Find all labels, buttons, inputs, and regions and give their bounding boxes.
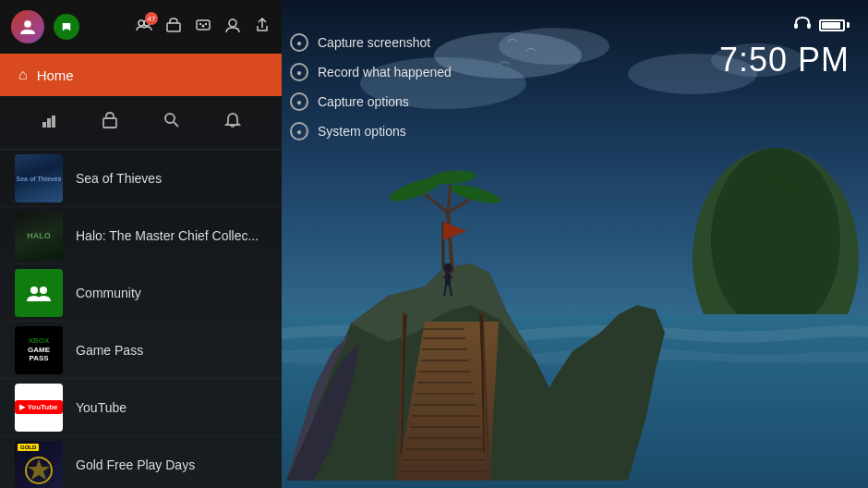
notifications-nav-icon[interactable] bbox=[216, 107, 249, 138]
capture-screenshot-item[interactable]: ● Capture screenshot bbox=[286, 28, 455, 57]
svg-rect-57 bbox=[199, 23, 201, 25]
home-icon: ⌂ bbox=[18, 67, 28, 83]
clock-area: 7:50 PM bbox=[719, 15, 850, 79]
svg-point-59 bbox=[202, 25, 205, 28]
svg-rect-72 bbox=[807, 23, 811, 29]
community-thumb bbox=[15, 269, 63, 317]
record-icon: ● bbox=[290, 63, 308, 81]
status-icons bbox=[793, 15, 850, 35]
menu-item-gold-free-play-days[interactable]: GOLD Gold Free Play Days bbox=[0, 436, 282, 488]
halo-mcc-thumb bbox=[15, 212, 63, 260]
svg-rect-62 bbox=[47, 118, 51, 128]
svg-point-67 bbox=[30, 287, 38, 294]
social-icon[interactable]: 47 bbox=[136, 17, 152, 37]
share-icon[interactable] bbox=[254, 17, 271, 37]
svg-rect-71 bbox=[794, 23, 798, 29]
svg-rect-63 bbox=[52, 116, 55, 128]
nav-icons-row bbox=[0, 96, 282, 150]
svg-point-2 bbox=[499, 28, 609, 65]
user-avatar[interactable] bbox=[11, 10, 44, 43]
clock-display: 7:50 PM bbox=[719, 41, 850, 79]
system-options-item[interactable]: ● System options bbox=[286, 116, 455, 146]
record-label: Record what happened bbox=[318, 65, 452, 79]
sea-of-thieves-label: Sea of Thieves bbox=[76, 171, 162, 186]
home-button[interactable]: ⌂ Home bbox=[0, 54, 282, 96]
svg-rect-58 bbox=[205, 23, 207, 25]
profile-icon[interactable] bbox=[224, 17, 241, 37]
svg-rect-61 bbox=[42, 122, 46, 128]
gold-free-play-thumb: GOLD bbox=[15, 441, 63, 489]
store-nav-icon[interactable] bbox=[93, 107, 127, 138]
xbox-logo[interactable] bbox=[54, 14, 79, 40]
capture-options-label: Capture options bbox=[318, 94, 409, 109]
svg-point-60 bbox=[229, 19, 236, 27]
capture-options-item[interactable]: ● Capture options bbox=[286, 87, 455, 116]
menu-item-sea-of-thieves[interactable]: Sea of Thieves bbox=[0, 150, 282, 207]
youtube-thumb: ▶ YouTube bbox=[15, 384, 63, 432]
svg-rect-44 bbox=[445, 273, 451, 286]
menu-list: Sea of Thieves Halo: The Master Chief Co… bbox=[0, 150, 282, 488]
system-menu: ● Capture screenshot ● Record what happe… bbox=[286, 28, 455, 146]
headset-icon bbox=[793, 15, 812, 35]
svg-marker-70 bbox=[28, 459, 50, 480]
youtube-label: YouTube bbox=[76, 400, 127, 415]
multiplayer-icon[interactable] bbox=[195, 17, 211, 37]
svg-point-68 bbox=[40, 287, 47, 294]
battery-indicator bbox=[819, 19, 850, 31]
achievements-nav-icon[interactable] bbox=[32, 107, 66, 138]
menu-item-halo-mcc[interactable]: Halo: The Master Chief Collec... bbox=[0, 207, 282, 264]
svg-rect-55 bbox=[167, 23, 180, 31]
record-what-happened-item[interactable]: ● Record what happened bbox=[286, 57, 455, 87]
community-label: Community bbox=[76, 286, 141, 300]
sidebar: 47 bbox=[0, 0, 282, 488]
svg-point-53 bbox=[139, 20, 144, 26]
halo-mcc-label: Halo: The Master Chief Collec... bbox=[76, 228, 259, 243]
game-pass-label: Game Pass bbox=[76, 343, 143, 358]
home-label: Home bbox=[37, 67, 74, 83]
svg-point-65 bbox=[165, 114, 175, 123]
gold-free-play-label: Gold Free Play Days bbox=[76, 458, 195, 472]
search-nav-icon[interactable] bbox=[155, 107, 188, 138]
friend-badge: 47 bbox=[145, 12, 158, 25]
topbar: 47 bbox=[0, 0, 282, 54]
menu-item-youtube[interactable]: ▶ YouTube YouTube bbox=[0, 379, 282, 436]
system-options-icon: ● bbox=[290, 122, 308, 140]
capture-screenshot-label: Capture screenshot bbox=[318, 35, 430, 50]
capture-options-icon: ● bbox=[290, 92, 308, 111]
system-options-label: System options bbox=[318, 124, 406, 139]
menu-item-game-pass[interactable]: XBOX GAME PASS Game Pass bbox=[0, 322, 282, 379]
svg-rect-64 bbox=[103, 118, 116, 128]
svg-line-66 bbox=[174, 122, 178, 127]
capture-screenshot-icon: ● bbox=[290, 33, 308, 52]
store-icon[interactable] bbox=[165, 17, 182, 37]
sea-of-thieves-thumb bbox=[15, 154, 63, 202]
top-bar-icons: 47 bbox=[136, 17, 271, 37]
menu-item-community[interactable]: Community bbox=[0, 264, 282, 322]
game-pass-thumb: XBOX GAME PASS bbox=[15, 326, 63, 374]
